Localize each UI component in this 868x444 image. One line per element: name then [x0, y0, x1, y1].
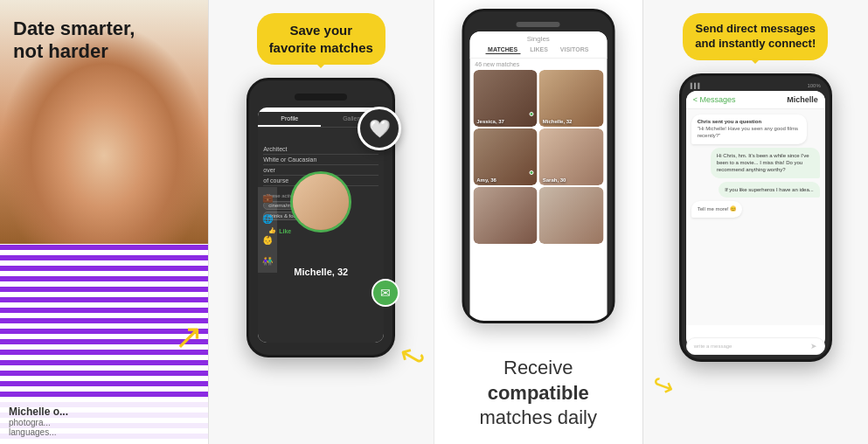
phone-notch [295, 94, 347, 101]
matches-header: Singles MATCHES LIKES VISITORS [469, 31, 607, 59]
user-info-bar: Michelle o... photogra... languages... [0, 399, 208, 444]
matches-grid: Jessica, 37 Michelle, 32 Amy, 36 Sarah, … [469, 70, 607, 244]
panel-date-smarter: Date smarter, not harder Michelle o... p… [0, 0, 208, 444]
heart-icon: 🤍 [369, 118, 391, 139]
profile-photo [290, 171, 351, 232]
briefcase-icon: 💼 [260, 191, 274, 205]
msg1-text: "Hi Michelle! Have you seen any good fil… [698, 125, 801, 140]
speech-bubble-bold: favorite [269, 40, 316, 55]
match-photo-5 [473, 187, 538, 244]
msg3-text: If you like superheros I have an idea... [725, 186, 813, 193]
phone-mockup-2: 💼 🌐 👶 👫 Profile Gallery Mich [247, 78, 395, 357]
sidebar-icons: 💼 🌐 👶 👫 [258, 187, 277, 273]
match-name-jessica: Jessica, 37 [476, 119, 504, 124]
send-icon[interactable]: ➤ [810, 342, 817, 349]
globe-icon: 🌐 [260, 212, 274, 226]
speech-bubble: Save your favorite matches [257, 13, 385, 65]
match-name-sarah: Sarah, 30 [543, 177, 566, 183]
user-detail-1: photogra... [9, 418, 199, 427]
phone-mockup-3: Singles MATCHES LIKES VISITORS 46 new ma… [462, 9, 615, 323]
message-sent-2: If you like superheros I have an idea... [719, 182, 819, 198]
match-card-sarah[interactable]: Sarah, 30 [539, 128, 604, 185]
matches-count: 46 new matches [469, 59, 607, 70]
heart-button[interactable]: 🤍 [358, 107, 401, 150]
back-button[interactable]: < Messages [693, 95, 736, 104]
panel-matches: Singles MATCHES LIKES VISITORS 46 new ma… [434, 0, 642, 444]
curly-arrow-icon: ↩ [392, 335, 432, 378]
detail-occupation: Architect [263, 144, 378, 155]
user-detail-2: languages... [9, 427, 199, 437]
msg-sender: Chris sent you a question [698, 119, 801, 124]
headline-line2: not harder [13, 40, 108, 62]
envelope-icon: ✉ [380, 286, 391, 300]
match-card-5[interactable] [473, 187, 538, 244]
profile-card: 💼 🌐 👶 👫 Profile Gallery Mich [258, 112, 384, 343]
speech-send-text: Send direct messages [696, 22, 816, 35]
speech-bubble-text1: Save your [289, 23, 352, 38]
bottom-text-daily: matches daily [479, 406, 597, 428]
bottom-text-receive: Receive [503, 357, 573, 378]
speech-bold-text: direct messages [726, 22, 816, 35]
tab-matches[interactable]: MATCHES [485, 45, 520, 54]
bottom-text-container: Receive compatible matches daily [434, 356, 642, 431]
headline: Date smarter, not harder [13, 17, 135, 64]
phone-3-notch [517, 22, 560, 27]
msg2-text: Hi Chris, hm. It's been a while since I'… [717, 152, 814, 174]
panel-messages: Send direct messages and instantly conne… [642, 0, 869, 444]
battery-indicator: 100% [807, 83, 820, 88]
chat-header: < Messages Michelle [686, 91, 825, 109]
singles-label: Singles [475, 35, 601, 43]
yellow-arrow-icon: ↗ [174, 316, 204, 357]
speech-connect-text: and instantly connect! [695, 37, 816, 50]
bottom-headline: Receive compatible matches daily [434, 356, 642, 431]
msg4-text: Tell me more! 😊 [698, 205, 737, 212]
chat-contact-name: Michelle [787, 95, 818, 104]
phone-3-screen: Singles MATCHES LIKES VISITORS 46 new ma… [469, 31, 607, 323]
user-name: Michelle o... [9, 406, 199, 418]
online-dot-amy [530, 170, 534, 175]
speech-bubble-text2: matches [320, 40, 373, 55]
match-card-michelle[interactable]: Michelle, 32 [539, 70, 604, 127]
match-card-6[interactable] [539, 187, 604, 244]
headline-container: Date smarter, not harder [13, 17, 135, 64]
tab-likes[interactable]: LIKES [527, 45, 551, 54]
panel-save-matches: Save your favorite matches 💼 🌐 👶 👫 Profi… [208, 0, 434, 444]
tab-profile[interactable]: Profile [258, 112, 321, 127]
chat-messages: Chris sent you a question "Hi Michelle! … [686, 109, 825, 325]
profile-name: Michelle, 32 [258, 267, 384, 277]
matches-tabs: MATCHES LIKES VISITORS [475, 45, 601, 54]
child-icon: 👶 [260, 233, 274, 247]
message-sent-1: Hi Chris, hm. It's been a while since I'… [711, 148, 820, 178]
status-bar: ▌▌▌ 100% [686, 83, 825, 91]
detail-ethnicity: White or Caucasian [263, 155, 378, 165]
chat-input-area[interactable]: write a message ➤ [686, 337, 825, 349]
like-label: Like [279, 228, 291, 234]
bottom-text-compatible: compatible [488, 382, 589, 404]
message-received-1: Chris sent you a question "Hi Michelle! … [691, 114, 807, 144]
online-dot-jessica [530, 112, 534, 116]
yellow-arrow-4-icon: ↩ [647, 367, 677, 403]
speech-bubble-4: Send direct messages and instantly conne… [683, 13, 828, 60]
match-card-jessica[interactable]: Jessica, 37 [473, 70, 538, 127]
message-received-2: Tell me more! 😊 [691, 201, 743, 217]
match-name-michelle: Michelle, 32 [543, 119, 573, 124]
chat-input-placeholder: write a message [694, 343, 810, 349]
background-photo [0, 0, 208, 444]
tab-visitors[interactable]: VISITORS [558, 45, 592, 54]
headline-line1: Date smarter, [13, 17, 135, 39]
phone-4-screen: < Messages Michelle Chris sent you a que… [686, 91, 825, 349]
signal-icon: ▌▌▌ [691, 83, 702, 88]
match-card-amy[interactable]: Amy, 36 [473, 128, 538, 185]
match-photo-6 [539, 187, 604, 244]
phone-mockup-4: ▌▌▌ 100% < Messages Michelle Chris sent … [679, 73, 832, 362]
message-icon[interactable]: ✉ [372, 279, 399, 307]
match-name-amy: Amy, 36 [476, 177, 496, 183]
